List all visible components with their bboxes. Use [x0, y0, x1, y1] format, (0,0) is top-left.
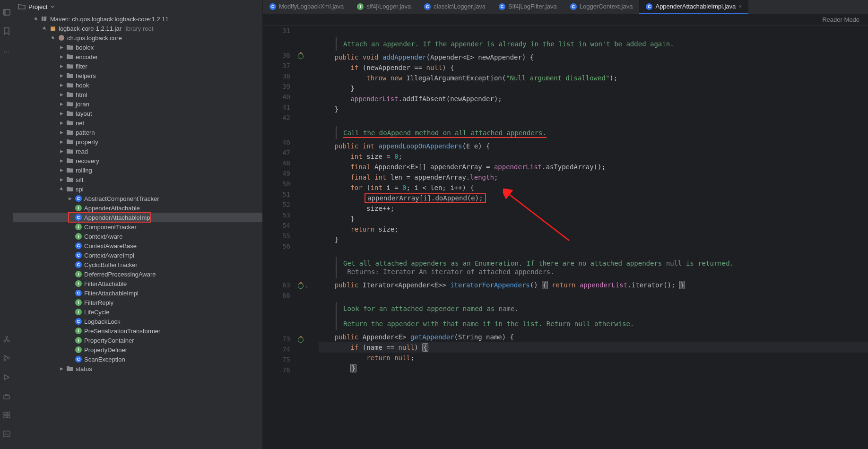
interface-icon: I: [75, 308, 82, 316]
tab-label: slf4j\Logger.java: [366, 3, 411, 10]
folder-icon: [66, 138, 74, 146]
bookmarks-tool-icon[interactable]: [2, 26, 11, 36]
structure-tool-icon[interactable]: [2, 335, 11, 344]
tree-class-item[interactable]: ·CCyclicBufferTracker: [13, 260, 262, 269]
tree-folder[interactable]: rolling: [13, 165, 262, 175]
project-tool-icon[interactable]: [2, 8, 11, 17]
class-icon: C: [75, 195, 82, 202]
folder-icon: [66, 110, 74, 117]
run-tool-icon[interactable]: [2, 372, 11, 382]
tree-package[interactable]: ch.qos.logback.core: [13, 33, 262, 43]
tree-class-item[interactable]: ·IDeferredProcessingAware: [13, 269, 262, 279]
interface-icon: I: [75, 299, 82, 306]
project-sidebar: Project Maven: ch.qos.logback:logback-co…: [13, 0, 263, 449]
class-icon: C: [75, 242, 82, 250]
tree-folder[interactable]: sift: [13, 175, 262, 184]
tree-status-folder[interactable]: status: [13, 364, 262, 373]
tree-folder[interactable]: html: [13, 90, 262, 99]
code-content[interactable]: Attach an appender. If the appender is a…: [314, 26, 868, 449]
svg-rect-8: [4, 396, 9, 399]
interface-icon: I: [75, 327, 82, 335]
folder-icon: [66, 166, 74, 174]
class-icon: C: [75, 355, 82, 363]
class-icon: C: [646, 3, 652, 10]
tree-folder[interactable]: pattern: [13, 128, 262, 137]
tree-class-item[interactable]: ·IFilterAttachable: [13, 279, 262, 288]
folder-icon: [66, 157, 74, 164]
svg-point-5: [4, 355, 6, 357]
tree-class-item[interactable]: ·IComponentTracker: [13, 222, 262, 232]
tree-class-item[interactable]: CAbstractComponentTracker: [13, 194, 262, 203]
tree-class-item[interactable]: ·CFilterAttachableImpl: [13, 288, 262, 298]
tree-class-item[interactable]: ·CLogbackLock: [13, 317, 262, 326]
close-icon[interactable]: ×: [738, 3, 742, 10]
folder-icon: [66, 100, 74, 108]
editor-tab[interactable]: Cclassic\Logger.java: [417, 0, 492, 14]
svg-rect-11: [4, 415, 6, 418]
tree-maven-root[interactable]: Maven: ch.qos.logback:logback-core:1.2.1…: [13, 14, 262, 24]
project-label: Project: [28, 3, 47, 10]
tree-folder[interactable]: hook: [13, 80, 262, 90]
folder-icon: [66, 81, 74, 89]
editor-tab[interactable]: Islf4j\Logger.java: [350, 0, 417, 14]
project-tree[interactable]: Maven: ch.qos.logback:logback-core:1.2.1…: [13, 13, 262, 449]
terminal-tool-icon[interactable]: [2, 429, 11, 439]
tree-class-item[interactable]: ·IPreSerializationTransformer: [13, 326, 262, 336]
folder-icon: [66, 147, 74, 155]
folder-icon: [66, 91, 74, 98]
reader-mode-label[interactable]: Reader Mode: [822, 16, 859, 23]
library-icon: [41, 15, 48, 23]
tree-class-item[interactable]: ·CContextAwareBase: [13, 241, 262, 250]
tree-class-item[interactable]: ·CAppenderAttachableImpl: [13, 213, 262, 222]
editor-subbar: Reader Mode: [263, 14, 868, 26]
svg-point-6: [4, 359, 6, 361]
editor-tab[interactable]: CSlf4jLogFilter.java: [492, 0, 564, 14]
code-editor[interactable]: 31 36 37 38 39 40 41 42 46 47 48 49 50 5…: [263, 26, 868, 449]
javadoc-block: Call the doAppend method on all attached…: [336, 126, 868, 139]
svg-rect-14: [42, 17, 43, 21]
tree-class-item[interactable]: ·CContextAwareImpl: [13, 250, 262, 260]
tree-class-item[interactable]: ·IPropertyContainer: [13, 336, 262, 345]
tree-spi-folder[interactable]: spi: [13, 184, 262, 194]
interface-icon: I: [75, 270, 82, 278]
build-tool-icon[interactable]: [2, 391, 11, 401]
folder-icon: [66, 176, 74, 183]
tree-folder[interactable]: layout: [13, 109, 262, 118]
tree-class-item[interactable]: ·IPropertyDefiner: [13, 345, 262, 354]
tree-folder[interactable]: net: [13, 118, 262, 128]
editor-tabs: CModifyLogbackXml.javaIslf4j\Logger.java…: [263, 0, 868, 14]
gutter-marks: ›: [296, 26, 314, 449]
git-tool-icon[interactable]: [2, 354, 11, 363]
jar-icon: [49, 25, 57, 32]
tree-class-item[interactable]: ·CScanException: [13, 354, 262, 364]
tree-class-item[interactable]: ·IContextAware: [13, 232, 262, 241]
tree-class-item[interactable]: ·IAppenderAttachable: [13, 203, 262, 213]
tree-folder[interactable]: filter: [13, 61, 262, 71]
project-header[interactable]: Project: [13, 0, 262, 13]
tree-folder[interactable]: joran: [13, 99, 262, 109]
class-icon: C: [499, 3, 505, 10]
svg-rect-18: [51, 26, 55, 27]
tree-folder[interactable]: boolex: [13, 43, 262, 52]
tree-jar[interactable]: logback-core-1.2.11.jar library root: [13, 24, 262, 33]
folder-icon: [66, 62, 74, 70]
tree-folder[interactable]: property: [13, 137, 262, 147]
tree-folder[interactable]: helpers: [13, 71, 262, 80]
tree-class-item[interactable]: ·IFilterReply: [13, 298, 262, 307]
services-tool-icon[interactable]: [2, 410, 11, 420]
tree-folder[interactable]: encoder: [13, 52, 262, 61]
editor-tab[interactable]: CAppenderAttachableImpl.java×: [639, 0, 748, 14]
line-gutter: 31 36 37 38 39 40 41 42 46 47 48 49 50 5…: [263, 26, 296, 449]
javadoc-block: Get all attached appenders as an Enumera…: [336, 257, 868, 278]
tree-class-item[interactable]: ·ILifeCycle: [13, 307, 262, 317]
more-tool-icon[interactable]: …: [2, 45, 11, 55]
interface-icon: I: [75, 346, 82, 354]
editor-tab[interactable]: CModifyLogbackXml.java: [263, 0, 350, 14]
svg-point-4: [8, 340, 9, 342]
class-icon: C: [570, 3, 577, 10]
tree-folder[interactable]: recovery: [13, 156, 262, 165]
editor-tab[interactable]: CLoggerContext.java: [564, 0, 640, 14]
tab-label: LoggerContext.java: [580, 3, 633, 10]
package-icon: [58, 34, 65, 42]
tree-folder[interactable]: read: [13, 147, 262, 156]
